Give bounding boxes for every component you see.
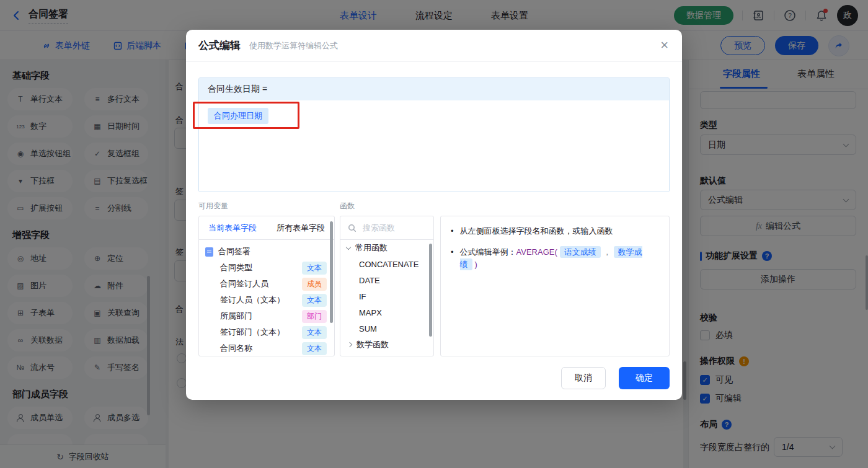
dialog-title: 公式编辑 (198, 38, 241, 53)
type-badge: 成员 (302, 278, 327, 291)
tab-current-form-fields[interactable]: 当前表单字段 (208, 223, 257, 234)
function-search-input[interactable] (361, 223, 423, 233)
variable-name: 签订人员（文本） (220, 294, 285, 306)
variables-scrollbar[interactable] (330, 221, 333, 323)
functions-panel: 常用函数 CONCATENATE DATE IF MAPX SUM 数学函数 文… (340, 216, 434, 356)
variable-item[interactable]: 签订部门（文本）文本 (199, 324, 334, 340)
variables-root-label: 合同签署 (218, 246, 250, 257)
function-item[interactable]: SUM (340, 320, 433, 337)
variables-root-node[interactable]: 合同签署 (199, 240, 334, 260)
function-name: DATE (359, 276, 380, 285)
type-badge: 文本 (302, 294, 327, 307)
search-icon[interactable] (348, 224, 356, 232)
variables-section-label: 可用变量 (198, 201, 228, 211)
variable-item[interactable]: 合同签订人员成员 (199, 276, 334, 292)
function-group-label: 数学函数 (356, 339, 389, 350)
function-group-math[interactable]: 数学函数 (340, 337, 433, 353)
bullet-icon: • (451, 246, 454, 258)
variable-item[interactable]: 签订人员（文本）文本 (199, 292, 334, 308)
function-item[interactable]: MAPX (340, 304, 433, 320)
example-function-open: AVERAGE( (516, 247, 557, 257)
confirm-button[interactable]: 确定 (619, 367, 670, 389)
chevron-down-icon (346, 244, 351, 249)
variable-item[interactable]: 所属部门部门 (199, 308, 334, 324)
type-badge: 部门 (302, 310, 327, 323)
functions-scrollbar[interactable] (429, 244, 432, 337)
dialog-header: 公式编辑 使用数学运算符编辑公式 (186, 30, 682, 62)
app-window: 合同签署 表单设计 流程设定 表单设置 数据管理 ? 政 (0, 0, 868, 468)
bullet-icon: • (451, 225, 454, 237)
example-arg-tag: 语文成绩 (560, 246, 601, 258)
variable-item[interactable]: 合同名称文本 (199, 340, 334, 356)
variables-panel: 当前表单字段 所有表单字段 合同签署 合同类型文本 合同签订人员成员 签订人员（… (198, 216, 335, 356)
type-badge: 文本 (302, 342, 327, 355)
chevron-right-icon (347, 342, 352, 347)
help-line-2: • 公式编辑举例：AVERAGE(语文成绩，数学成绩) (441, 246, 669, 271)
function-group-common[interactable]: 常用函数 (340, 240, 433, 256)
type-badge: 文本 (302, 326, 327, 339)
example-comma: ， (603, 247, 611, 257)
variable-name: 签订部门（文本） (220, 327, 285, 338)
formula-editor[interactable]: 合同生效日期 = 合同办理日期 (198, 77, 670, 192)
function-name: IF (359, 292, 366, 301)
variable-name: 合同签订人员 (220, 278, 268, 289)
example-prefix: 公式编辑举例： (460, 247, 516, 257)
formula-help-panel: • 从左侧面板选择字段名和函数，或输入函数 • 公式编辑举例：AVERAGE(语… (440, 216, 670, 356)
close-icon[interactable]: × (660, 38, 668, 52)
formula-edit-dialog: 公式编辑 使用数学运算符编辑公式 × 合同生效日期 = 合同办理日期 可用变量 … (186, 30, 682, 400)
function-group-label: 文本函数 (356, 355, 389, 356)
variables-tabs: 当前表单字段 所有表单字段 (199, 216, 334, 240)
function-name: CONCATENATE (359, 260, 418, 269)
form-document-icon (205, 247, 213, 257)
type-badge: 文本 (302, 262, 327, 275)
example-function-close: ) (475, 260, 477, 269)
function-item[interactable]: CONCATENATE (340, 256, 433, 272)
tab-all-form-fields[interactable]: 所有表单字段 (277, 223, 325, 234)
functions-section-label: 函数 (340, 201, 355, 211)
variable-name: 所属部门 (220, 311, 252, 322)
function-group-label: 常用函数 (355, 242, 388, 254)
function-name: MAPX (359, 308, 382, 317)
dialog-subtitle: 使用数学运算符编辑公式 (249, 40, 338, 51)
function-item[interactable]: DATE (340, 272, 433, 288)
function-group-text[interactable]: 文本函数 (340, 353, 433, 356)
variable-name: 合同名称 (220, 343, 252, 354)
function-search (340, 216, 433, 240)
formula-target: 合同生效日期 = (199, 78, 669, 100)
help-text: 从左侧面板选择字段名和函数，或输入函数 (460, 225, 613, 237)
function-item[interactable]: IF (340, 288, 433, 304)
help-example: 公式编辑举例：AVERAGE(语文成绩，数学成绩) (460, 246, 659, 271)
cancel-button[interactable]: 取消 (561, 367, 606, 389)
variable-item[interactable]: 合同类型文本 (199, 260, 334, 276)
help-line-1: • 从左侧面板选择字段名和函数，或输入函数 (441, 225, 669, 237)
variable-name: 合同类型 (220, 262, 252, 273)
annotation-red-box (193, 102, 299, 129)
function-name: SUM (359, 324, 377, 333)
